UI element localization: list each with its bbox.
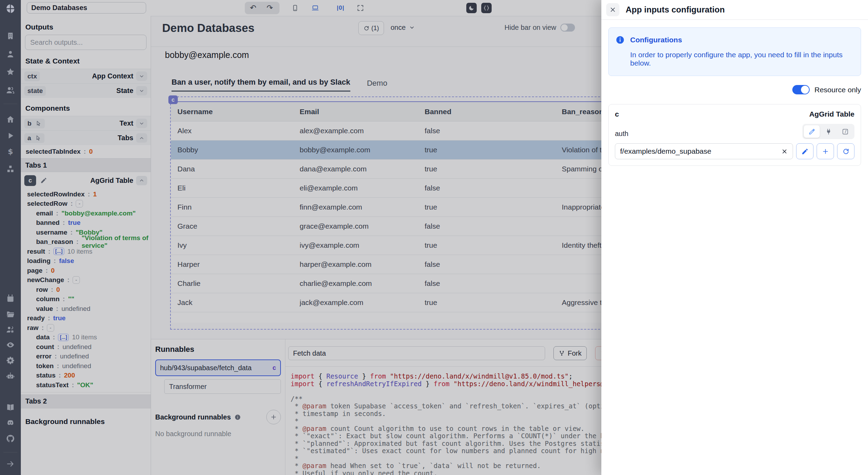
field-label: auth	[615, 130, 628, 139]
svg-text:f: f	[844, 129, 847, 134]
resource-input[interactable]: f/examples/demo_supabase	[615, 143, 793, 159]
windmill-app-editor: $ ↶ ↷ |0| Outputs State & Context ctx Ap…	[0, 0, 868, 475]
resource-value: f/examples/demo_supabase	[620, 147, 711, 155]
close-icon[interactable]	[606, 3, 619, 16]
clear-resource-icon[interactable]	[781, 148, 788, 155]
app-inputs-drawer: App inputs configuration Configurations …	[601, 0, 868, 475]
component-id: c	[615, 110, 619, 118]
edit-resource-button[interactable]	[796, 143, 813, 159]
configurations-info-box: Configurations In order to properly conf…	[608, 27, 861, 76]
connect-mode-plug-icon[interactable]	[820, 125, 836, 138]
eval-mode-fx-icon[interactable]: f	[837, 125, 853, 138]
component-input-card: c AgGrid Table auth f f/examples/demo_su…	[608, 104, 861, 166]
input-mode-group: f	[802, 124, 854, 139]
info-icon	[616, 35, 625, 44]
info-title: Configurations	[630, 36, 682, 44]
drawer-title: App inputs configuration	[626, 5, 725, 15]
resource-only-label: Resource only	[815, 86, 861, 94]
resource-only-toggle[interactable]	[792, 85, 810, 94]
static-mode-pencil-icon[interactable]	[804, 125, 820, 138]
refresh-resource-button[interactable]	[837, 143, 854, 159]
component-type: AgGrid Table	[809, 110, 854, 118]
info-text: In order to properly configure the app, …	[630, 51, 854, 67]
add-resource-button[interactable]	[817, 143, 834, 159]
